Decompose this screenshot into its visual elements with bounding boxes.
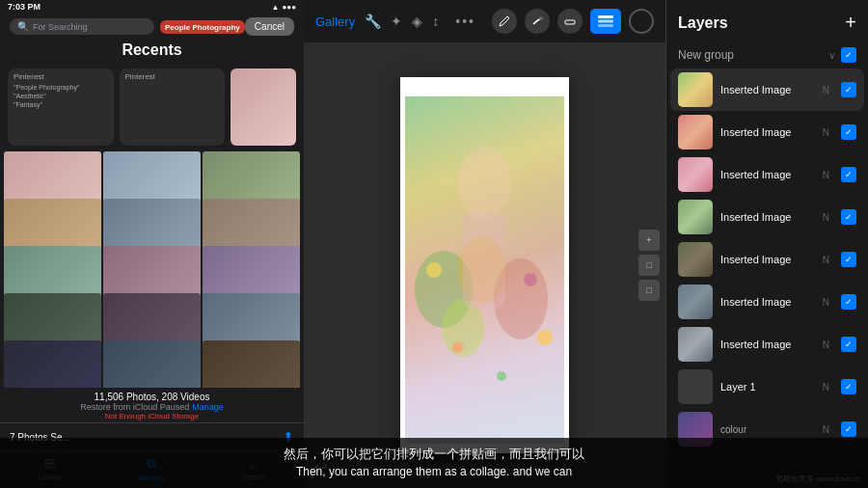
toolbar-right xyxy=(492,9,654,34)
layer-row[interactable]: Inserted Image N ✓ xyxy=(666,153,868,196)
layer-info: Inserted Image xyxy=(720,339,815,350)
canvas-control-2[interactable]: □ xyxy=(638,255,660,276)
more-menu-button[interactable]: ••• xyxy=(455,14,475,29)
svg-point-13 xyxy=(524,273,537,286)
layer-thumbnail xyxy=(678,72,713,107)
layer-name: colour xyxy=(720,424,815,435)
svg-rect-10 xyxy=(463,212,505,309)
layer-mode-n: N xyxy=(823,212,829,223)
layer-thumbnail-base xyxy=(678,369,713,404)
svg-rect-1 xyxy=(565,20,575,24)
pinterest-label-2: Pinterest xyxy=(125,72,220,81)
search-bar[interactable]: 🔍 For Searching xyxy=(10,18,154,35)
gallery-button[interactable]: Gallery xyxy=(315,14,355,29)
procreate-toolbar: Gallery 🔧 ✦ ◈ ↕ ••• xyxy=(304,0,665,42)
pinterest-item-2[interactable]: Pinterest xyxy=(120,68,226,146)
pinterest-item-1[interactable]: Pinterest "People Photography" "Aestheti… xyxy=(8,68,114,146)
color-picker[interactable] xyxy=(629,9,654,34)
wrench-icon[interactable]: 🔧 xyxy=(365,14,381,29)
layers-list: Inserted Image N ✓ Inserted Image N ✓ In… xyxy=(666,68,868,488)
layer-row[interactable]: Inserted Image N ✓ xyxy=(670,68,864,111)
layers-title: Layers xyxy=(678,14,728,32)
layer-thumbnail xyxy=(678,115,713,149)
canvas-control-3[interactable]: □ xyxy=(638,280,660,301)
layer-mode-n: N xyxy=(823,85,829,95)
erase-tool-button[interactable] xyxy=(557,9,583,34)
layer-visibility[interactable]: ✓ xyxy=(841,337,856,352)
layer-row[interactable]: Inserted Image N ✓ xyxy=(666,111,868,153)
center-panel: Gallery 🔧 ✦ ◈ ↕ ••• xyxy=(304,0,665,488)
layer-info: Inserted Image xyxy=(720,169,815,180)
canvas-image-overlay xyxy=(405,96,564,444)
layer-info: Layer 1 xyxy=(720,381,815,393)
layer-info: Inserted Image xyxy=(720,254,815,265)
group-checkbox[interactable]: ✓ xyxy=(841,47,856,63)
layer-name: Inserted Image xyxy=(720,296,815,308)
photos-count: 11,506 Photos, 208 Videos xyxy=(10,392,294,402)
photos-header-left: 🔍 For Searching People Photography xyxy=(10,18,245,35)
layer-visibility[interactable]: ✓ xyxy=(841,82,856,97)
pinterest-row: Pinterest "People Photography" "Aestheti… xyxy=(0,65,304,149)
photo-cell[interactable] xyxy=(203,340,300,388)
search-placeholder: For Searching xyxy=(33,22,88,32)
pinterest-tags-1: "People Photography" "Aesthetic" "Fantas… xyxy=(14,83,108,109)
add-layer-button[interactable]: + xyxy=(845,12,856,34)
icloud-manage-link[interactable]: Manage xyxy=(192,402,224,412)
layer-row[interactable]: Inserted Image N ✓ xyxy=(666,323,868,366)
search-icon: 🔍 xyxy=(17,21,29,32)
layer-name: Layer 1 xyxy=(720,381,815,393)
layer-mode-n: N xyxy=(823,255,829,265)
layer-mode-n: N xyxy=(823,424,829,435)
canvas-area[interactable]: + □ □ ↩ xyxy=(304,42,665,488)
svg-point-14 xyxy=(497,371,506,381)
selection-icon[interactable]: ◈ xyxy=(412,14,422,29)
svg-rect-2 xyxy=(598,15,613,18)
layer-name: Inserted Image xyxy=(720,339,815,350)
layer-visibility[interactable]: ✓ xyxy=(841,252,856,267)
canvas-sidebar-controls: + □ □ xyxy=(638,230,660,301)
layer-info: Inserted Image xyxy=(720,211,815,223)
photo-cell[interactable]: ✓ 1:03 xyxy=(4,340,101,388)
magic-wand-icon[interactable]: ✦ xyxy=(391,14,402,29)
layer-visibility[interactable]: ✓ xyxy=(841,124,856,140)
layer-name: Inserted Image xyxy=(720,126,815,138)
storage-warning: Not Enough iCloud Storage xyxy=(10,412,294,420)
layer-name: Inserted Image xyxy=(720,254,815,265)
toolbar-tools: 🔧 ✦ ◈ ↕ xyxy=(365,14,439,29)
layer-mode-n: N xyxy=(823,339,829,350)
layer-info: colour xyxy=(720,424,815,435)
layer-name: Inserted Image xyxy=(720,84,815,95)
smudge-tool-button[interactable] xyxy=(525,9,550,34)
svg-point-15 xyxy=(537,330,553,345)
layer-row[interactable]: Inserted Image N ✓ xyxy=(666,281,868,323)
status-icons: ▲ ●●● xyxy=(272,2,296,12)
new-group-row[interactable]: New group ∨ ✓ xyxy=(666,41,868,68)
layer-visibility[interactable]: ✓ xyxy=(841,294,856,310)
layer-visibility[interactable]: ✓ xyxy=(841,167,856,182)
layer-visibility[interactable]: ✓ xyxy=(841,209,856,225)
canvas-flower-patch xyxy=(405,96,564,444)
photo-cell[interactable] xyxy=(103,340,201,388)
layer-thumbnail xyxy=(678,242,713,277)
cancel-button[interactable]: Cancel xyxy=(245,17,294,36)
layer-row[interactable]: Inserted Image N ✓ xyxy=(666,238,868,281)
pinterest-thumb[interactable] xyxy=(231,68,296,146)
layer-visibility[interactable]: ✓ xyxy=(841,379,856,394)
layer-row[interactable]: Inserted Image N ✓ xyxy=(666,196,868,238)
group-chevron-icon: ∨ xyxy=(828,50,835,61)
layer-thumbnail xyxy=(678,285,713,319)
pinterest-badge: People Photography xyxy=(160,20,245,34)
layer-info: Inserted Image xyxy=(720,126,815,138)
right-panel: Layers + New group ∨ ✓ Inserted Image N … xyxy=(665,0,868,488)
layers-panel-button[interactable] xyxy=(590,9,621,34)
layer-row-base[interactable]: Layer 1 N ✓ xyxy=(666,366,868,408)
transform-icon[interactable]: ↕ xyxy=(432,14,439,29)
layer-mode-n: N xyxy=(823,297,829,308)
time: 7:03 PM xyxy=(8,2,41,12)
canvas-control-1[interactable]: + xyxy=(638,230,660,251)
layer-visibility[interactable]: ✓ xyxy=(841,421,856,437)
svg-point-11 xyxy=(426,262,442,278)
photos-header: 🔍 For Searching People Photography Cance… xyxy=(0,12,304,40)
layer-name: Inserted Image xyxy=(720,169,815,180)
brush-tool-button[interactable] xyxy=(492,9,517,34)
